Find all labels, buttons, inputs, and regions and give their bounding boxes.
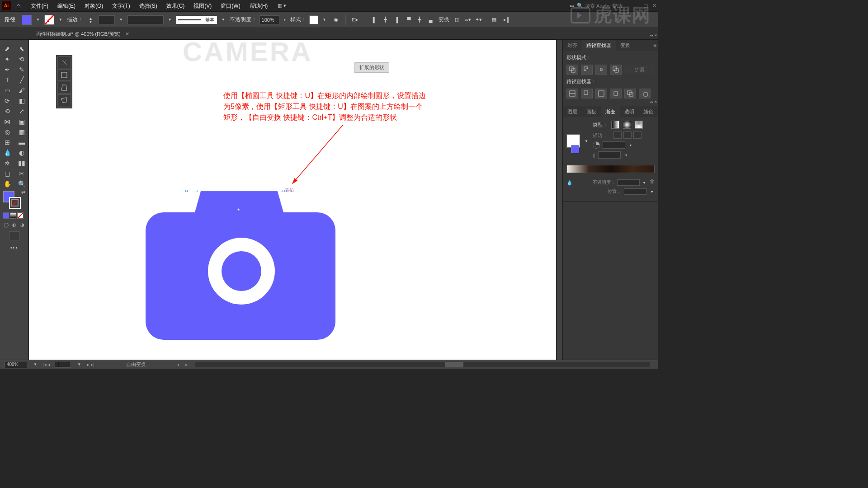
stroke-swatch[interactable] bbox=[44, 15, 54, 25]
menu-file[interactable]: 文件(F) bbox=[26, 0, 53, 12]
screen-mode-icon[interactable] bbox=[9, 231, 20, 240]
canvas-viewport[interactable]: CAMERA 扩展的形状 使用【椭圆工具 快捷键：U】在矩形的内部绘制圆形，设置… bbox=[29, 40, 562, 360]
align-right-icon[interactable]: ▐ bbox=[392, 15, 401, 25]
edit-toolbar-icon[interactable]: ••• bbox=[0, 242, 28, 253]
radial-gradient-icon[interactable] bbox=[623, 121, 631, 129]
merge-icon[interactable] bbox=[595, 89, 607, 99]
chevron-down-icon[interactable]: ▼ bbox=[57, 18, 64, 22]
rotate-tool-icon[interactable]: ⟲ bbox=[0, 106, 14, 116]
shape-icon[interactable]: ▱▾ bbox=[463, 15, 473, 25]
document-tab[interactable]: 面性图标绘制.ai* @ 400% (RGB/预览) ✕ bbox=[31, 28, 135, 40]
chevron-down-icon[interactable]: ▾ bbox=[649, 190, 655, 194]
draw-inside-icon[interactable]: ◑ bbox=[19, 221, 26, 228]
first-artboard-icon[interactable]: |◂ bbox=[43, 362, 47, 367]
artboard-canvas[interactable]: CAMERA 扩展的形状 使用【椭圆工具 快捷键：U】在矩形的内部绘制圆形，设置… bbox=[29, 40, 562, 360]
chevron-down-icon[interactable]: ▾ bbox=[642, 181, 647, 185]
stroke-along-icon[interactable] bbox=[623, 131, 632, 139]
menu-help[interactable]: 帮助(H) bbox=[245, 0, 273, 12]
chevron-down-icon[interactable]: ▼ bbox=[220, 18, 227, 22]
chevron-down-icon[interactable]: ▾ bbox=[628, 143, 633, 147]
align-left-icon[interactable]: ▌ bbox=[370, 15, 380, 25]
panel-menu-icon[interactable]: ≡ bbox=[653, 42, 656, 48]
status-back-icon[interactable]: ◂ bbox=[184, 362, 187, 367]
align-bottom-icon[interactable]: ▄ bbox=[426, 15, 436, 25]
lasso-tool-icon[interactable]: ⟲ bbox=[14, 54, 29, 64]
menu-window[interactable]: 窗口(W) bbox=[216, 0, 245, 12]
chevron-down-icon[interactable]: ▾ bbox=[623, 153, 629, 157]
gradient-tool-icon[interactable]: ▬ bbox=[14, 137, 29, 147]
draw-behind-icon[interactable]: ◐ bbox=[11, 221, 18, 228]
transform-perspective-icon[interactable] bbox=[57, 82, 71, 94]
selection-handle[interactable] bbox=[185, 190, 188, 192]
trim-icon[interactable] bbox=[581, 89, 593, 99]
selection-tool-icon[interactable]: ⬈ bbox=[0, 43, 14, 54]
gradient-stop-swatch[interactable] bbox=[571, 145, 579, 153]
stroke-across-icon[interactable] bbox=[633, 131, 642, 139]
panel-menu-icon[interactable]: ▦ bbox=[489, 15, 499, 25]
stroke-within-icon[interactable] bbox=[613, 131, 622, 139]
unite-icon[interactable] bbox=[566, 65, 578, 75]
eyedropper-tool-icon[interactable]: 💧 bbox=[0, 147, 14, 158]
tab-color[interactable]: 颜色 bbox=[639, 106, 658, 117]
minus-front-icon[interactable] bbox=[581, 65, 593, 75]
symbol-tool-icon[interactable]: ✲ bbox=[0, 158, 14, 168]
close-icon[interactable]: ✕ bbox=[652, 3, 656, 9]
workspace-icon[interactable]: ▭ bbox=[567, 1, 577, 11]
direct-selection-tool-icon[interactable]: ⬉ bbox=[14, 43, 29, 54]
menu-edit[interactable]: 编辑(E) bbox=[53, 0, 80, 12]
chevron-down-icon[interactable]: ▼ bbox=[34, 18, 42, 22]
prev-artboard-icon[interactable]: ◂ bbox=[48, 362, 50, 367]
minimize-icon[interactable]: — bbox=[634, 3, 639, 9]
horizontal-scrollbar[interactable] bbox=[195, 362, 650, 367]
stroke-weight-input[interactable] bbox=[99, 15, 115, 24]
panel-collapse-icon[interactable]: ◂◂ ✕ bbox=[650, 33, 657, 38]
gradient-slider[interactable] bbox=[566, 165, 655, 173]
perspective-tool-icon[interactable]: ▦ bbox=[14, 127, 29, 137]
selection-handle[interactable] bbox=[284, 190, 287, 192]
tab-transform[interactable]: 变换 bbox=[616, 40, 635, 51]
menu-select[interactable]: 选择(S) bbox=[135, 0, 162, 12]
aspect-input[interactable] bbox=[598, 151, 621, 159]
home-icon[interactable]: ⌂ bbox=[16, 2, 21, 10]
slice-tool-icon[interactable]: ✂ bbox=[14, 168, 29, 178]
selection-handle[interactable] bbox=[291, 190, 293, 192]
stepper-icon[interactable]: ▴▾ bbox=[86, 15, 96, 25]
eyedropper-icon[interactable]: 💧 bbox=[566, 180, 573, 186]
shape-builder-tool-icon[interactable]: ◎ bbox=[0, 127, 14, 137]
tab-align[interactable]: 对齐 bbox=[563, 40, 582, 51]
width-tool-icon[interactable]: ⋈ bbox=[0, 116, 14, 127]
tab-gradient[interactable]: 渐变 bbox=[601, 106, 620, 117]
chevron-down-icon[interactable]: ▼ bbox=[583, 139, 590, 143]
collapsed-panel-strip[interactable] bbox=[556, 40, 562, 360]
align-hcenter-icon[interactable]: ╋ bbox=[381, 15, 391, 25]
pen-tool-icon[interactable]: ✒ bbox=[0, 64, 14, 75]
align-vcenter-icon[interactable]: ╋ bbox=[415, 15, 425, 25]
transform-free-icon[interactable] bbox=[57, 69, 71, 81]
angle-input[interactable] bbox=[603, 141, 625, 149]
menu-type[interactable]: 文字(T) bbox=[108, 0, 134, 12]
chevron-down-icon[interactable]: ▼ bbox=[75, 362, 83, 366]
search-box[interactable]: 🔍 bbox=[577, 3, 626, 9]
linear-gradient-icon[interactable] bbox=[611, 121, 619, 129]
angle-icon[interactable] bbox=[593, 141, 600, 149]
fill-stroke-control[interactable]: ⇄ bbox=[0, 189, 28, 211]
rectangle-tool-icon[interactable]: ▭ bbox=[0, 85, 14, 95]
paintbrush-tool-icon[interactable]: 🖌 bbox=[14, 85, 29, 95]
selection-handle[interactable] bbox=[196, 190, 198, 192]
eraser-tool-icon[interactable]: ◧ bbox=[14, 95, 29, 106]
none-mode-icon[interactable] bbox=[17, 212, 24, 219]
recolor-icon[interactable]: ◉ bbox=[331, 15, 341, 25]
variable-width-input[interactable] bbox=[127, 15, 164, 24]
graph-tool-icon[interactable]: ▮▮ bbox=[14, 158, 29, 168]
panel-minimize-icon[interactable]: ▸║ bbox=[502, 15, 512, 25]
scale-tool-icon[interactable]: ⤢ bbox=[14, 106, 29, 116]
selection-handle[interactable] bbox=[281, 190, 283, 192]
intersect-icon[interactable] bbox=[595, 65, 607, 75]
stroke-color-icon[interactable] bbox=[9, 197, 21, 209]
blend-tool-icon[interactable]: ◐ bbox=[14, 147, 29, 158]
transform-constrain-icon[interactable] bbox=[57, 56, 71, 68]
style-swatch[interactable] bbox=[309, 15, 318, 24]
tab-transparency[interactable]: 透明 bbox=[620, 106, 639, 117]
chevron-down-icon[interactable]: ▼ bbox=[32, 362, 39, 366]
last-artboard-icon[interactable]: ▸| bbox=[91, 362, 94, 367]
